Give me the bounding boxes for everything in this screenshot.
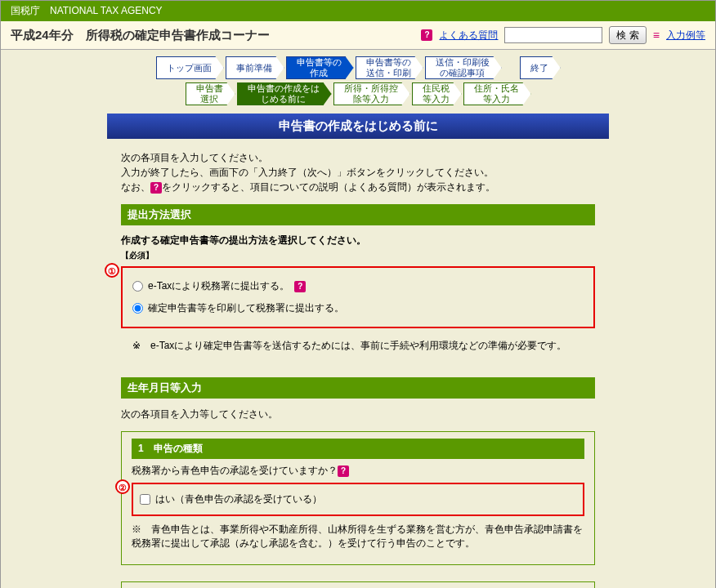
dob-lead: 次の各項目を入力等してください。 [121,407,595,421]
bc-prep: 事前準備 [226,56,284,79]
bc2-resident: 住民税 等入力 [412,82,462,105]
bc2-select: 申告書 選択 [186,82,235,105]
radio-print-label: 確定申告書等を印刷して税務署に提出する。 [148,301,344,315]
page-header-title: 平成24年分 所得税の確定申告書作成コーナー [11,28,270,43]
dob-box: 2 生年月日 申告される方の生年月日を入力してください。 ※ 入力した生年月日は… [121,581,595,588]
section-submission-method-head: 提出方法選択 [121,204,595,225]
radio-etax[interactable]: e-Taxにより税務署に提出する。 ? [132,279,584,293]
bc2-before: 申告書の作成をは じめる前に [237,82,332,105]
examples-link[interactable]: 入力例等 [666,29,705,42]
breadcrumb-main: トップ画面 事前準備 申告書等の 作成 申告書等の 送信・印刷 送信・印刷後 の… [156,56,561,79]
search-button[interactable]: 検 索 [609,26,646,44]
blue-return-check-box: ② はい（青色申告の承認を受けている） [132,483,584,516]
etax-note: ※ e-Taxにより確定申告書等を送信するためには、事前に手続や利用環境などの準… [132,338,595,353]
radio-etax-label: e-Taxにより税務署に提出する。 [148,279,289,293]
bc-confirm: 送信・印刷後 の確認事項 [425,56,502,79]
help-icon[interactable]: ? [294,281,306,292]
intro-text: 次の各項目を入力してください。 入力が終了したら、画面下の「入力終了（次へ）」ボ… [121,150,595,194]
radio-print-input[interactable] [132,303,143,314]
box1-title: 1 申告の種類 [132,439,584,459]
radio-print[interactable]: 確定申告書等を印刷して税務署に提出する。 [132,301,584,315]
submission-prompt: 作成する確定申告書等の提出方法を選択してください。 [121,234,595,247]
blue-return-checkbox[interactable] [140,494,150,505]
box1-question: 税務署から青色申告の承認を受けていますか？? [132,464,584,478]
help-icon: ? [150,182,162,194]
agency-bar: 国税庁 NATIONAL TAX AGENCY [1,1,715,21]
declaration-type-box: 1 申告の種類 税務署から青色申告の承認を受けていますか？? ② はい（青色申告… [121,431,595,565]
help-icon[interactable]: ? [338,466,349,477]
radio-etax-input[interactable] [132,281,143,292]
breadcrumb-sub: 申告書 選択 申告書の作成をは じめる前に 所得・所得控 除等入力 住民税 等入… [186,82,531,105]
bc-end: 終了 [520,56,561,79]
bc-top: トップ画面 [156,56,224,79]
blue-return-text: はい（青色申告の承認を受けている） [155,492,322,506]
submission-choice-box: ① e-Taxにより税務署に提出する。 ? 確定申告書等を印刷して税務署に提出す… [121,266,595,328]
bc2-income: 所得・所得控 除等入力 [333,82,410,105]
bc2-address: 住所・氏名 等入力 [463,82,531,105]
section-dob-head: 生年月日等入力 [121,377,595,399]
blue-return-checkbox-label[interactable]: はい（青色申告の承認を受けている） [140,492,576,506]
bc-send: 申告書等の 送信・印刷 [356,56,423,79]
help-icon: ? [421,29,432,41]
callout-2: ② [115,479,130,494]
search-input[interactable] [504,27,602,43]
faq-link[interactable]: よくある質問 [439,29,498,42]
bc-create: 申告書等の 作成 [286,56,354,79]
page-title: 申告書の作成をはじめる前に [107,114,609,139]
list-icon: ≡ [653,29,660,42]
box1-note: ※ 青色申告とは、事業所得や不動産所得、山林所得を生ずる業務を営む方が、青色申告… [132,523,584,550]
page-header: 平成24年分 所得税の確定申告書作成コーナー ? よくある質問 検 索 ≡ 入力… [1,21,715,50]
required-label: 【必須】 [121,250,595,261]
breadcrumb-area: トップ画面 事前準備 申告書等の 作成 申告書等の 送信・印刷 送信・印刷後 の… [1,50,715,114]
callout-1: ① [105,263,119,278]
